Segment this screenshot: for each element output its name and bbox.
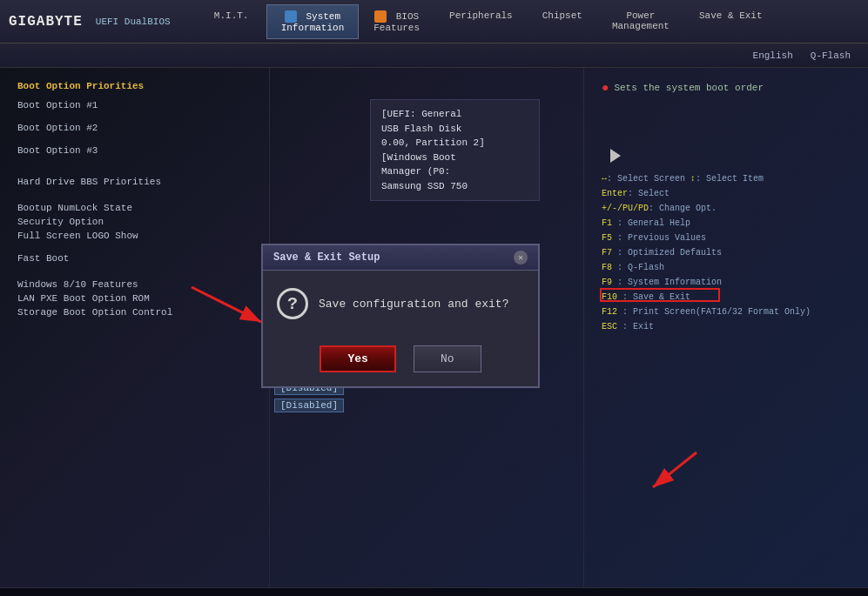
security-option[interactable]: Security Option <box>17 215 252 229</box>
bottom-bar <box>0 587 868 596</box>
bios-features-icon <box>374 10 387 23</box>
tab-mit[interactable]: M.I.T. <box>197 4 266 39</box>
second-row: English Q-Flash <box>0 44 868 68</box>
tab-system-information[interactable]: SystemInformation <box>266 4 360 39</box>
tab-chipset[interactable]: Chipset <box>528 4 597 39</box>
storage-value: [Disabled] <box>274 398 344 412</box>
fast-boot[interactable]: Fast Boot <box>17 251 252 265</box>
hard-drive-bbs[interactable]: Hard Drive BBS Priorities <box>17 175 252 189</box>
full-screen-logo[interactable]: Full Screen LOGO Show <box>17 229 252 243</box>
storage-boot[interactable]: Storage Boot Option Control <box>17 305 252 319</box>
tab-save-exit-label: Save & Exit <box>699 10 763 21</box>
key-help-change: +/-/PU/PD: Change Opt. <box>602 201 851 216</box>
left-panel: Boot Option Priorities Boot Option #1 Bo… <box>0 68 270 596</box>
key-help-f10: F10 : Save & Exit <box>602 290 851 305</box>
no-button[interactable]: No <box>414 345 481 372</box>
indicator-dot: ● <box>602 81 609 95</box>
boot-option-3[interactable]: Boot Option #3 <box>17 144 252 157</box>
lang-qflash[interactable]: Q-Flash <box>811 50 851 61</box>
tab-bios-features[interactable]: BIOSFeatures <box>359 4 434 39</box>
key-help-f1: F1 : General Help <box>602 216 851 231</box>
nav-tabs: M.I.T. SystemInformation BIOSFeatures Pe… <box>197 4 859 39</box>
tab-chipset-label: Chipset <box>542 10 582 21</box>
dialog-body: ? Save configuration and exit? <box>263 271 538 337</box>
boot-priorities-header: Boot Option Priorities <box>17 81 252 91</box>
bootup-numlock[interactable]: Bootup NumLock State <box>17 201 252 215</box>
dualbios-label: UEFI DualBIOS <box>96 17 171 27</box>
right-panel: ● Sets the system boot order ↔: Select S… <box>583 68 868 596</box>
boot-option-1-value: [UEFI: GeneralUSB Flash Disk0.00, Partit… <box>381 107 528 193</box>
tab-save-exit[interactable]: Save & Exit <box>684 4 777 39</box>
key-help-enter: Enter: Select <box>602 186 851 201</box>
key-help-navigate: ↔: Select Screen ↕: Select Item <box>602 171 851 186</box>
dialog-close-button[interactable]: ✕ <box>514 251 528 265</box>
dialog-title-text: Save & Exit Setup <box>273 251 380 264</box>
key-help-f5: F5 : Previous Values <box>602 231 851 245</box>
tab-mit-label: M.I.T. <box>214 10 249 21</box>
lan-pxe[interactable]: LAN PXE Boot Option ROM <box>17 291 252 305</box>
key-help-f12: F12 : Print Screen(FAT16/32 Format Only) <box>602 305 851 319</box>
dialog-buttons: Yes No <box>263 337 538 386</box>
key-help-esc: ESC : Exit <box>602 319 851 334</box>
system-info-icon <box>285 10 297 23</box>
f10-highlight-box <box>600 288 720 302</box>
question-icon: ? <box>277 288 308 319</box>
tab-peripherals[interactable]: Peripherals <box>434 4 528 39</box>
key-help-f7: F7 : Optimized Defaults <box>602 245 851 260</box>
dialog-message-text: Save configuration and exit? <box>319 298 508 311</box>
dialog-title-bar: Save & Exit Setup ✕ <box>263 245 538 271</box>
key-help-f8: F8 : Q-Flash <box>602 260 851 275</box>
key-help-section: ↔: Select Screen ↕: Select Item Enter: S… <box>602 171 851 334</box>
tab-power-management[interactable]: PowerManagement <box>597 4 684 39</box>
brand-logo: GIGABYTE <box>9 14 83 30</box>
boot-option-2[interactable]: Boot Option #2 <box>17 121 252 135</box>
bios-screen: GIGABYTE UEFI DualBIOS M.I.T. SystemInfo… <box>0 0 868 596</box>
tab-peripherals-label: Peripherals <box>449 10 513 21</box>
boot-option-1-dropdown[interactable]: [UEFI: GeneralUSB Flash Disk0.00, Partit… <box>370 99 540 201</box>
cursor-triangle <box>610 149 621 163</box>
key-help-f9: F9 : System Information <box>602 275 851 290</box>
save-exit-dialog: Save & Exit Setup ✕ ? Save configuration… <box>261 244 540 388</box>
boot-option-1[interactable]: Boot Option #1 <box>17 98 252 112</box>
tab-power-management-label: PowerManagement <box>612 10 670 31</box>
top-nav-bar: GIGABYTE UEFI DualBIOS M.I.T. SystemInfo… <box>0 0 868 44</box>
sets-boot-order-text: Sets the system boot order <box>614 81 764 97</box>
win810-features[interactable]: Windows 8/10 Features <box>17 278 252 291</box>
yes-button[interactable]: Yes <box>320 345 395 372</box>
lang-english[interactable]: English <box>753 50 793 61</box>
